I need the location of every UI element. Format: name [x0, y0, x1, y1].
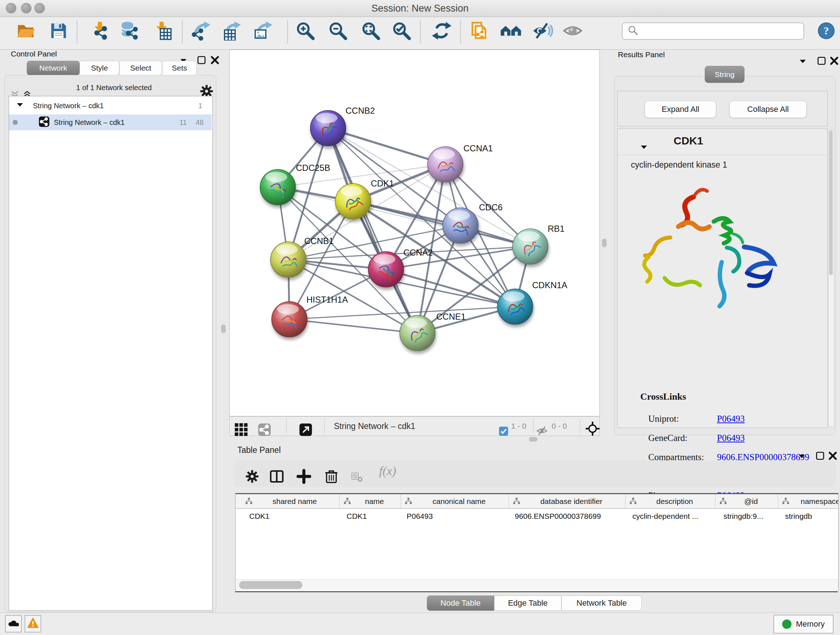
collapse-section-icon[interactable]	[640, 138, 647, 158]
horizontal-scrollbar[interactable]	[235, 579, 838, 591]
scrollbar-thumb[interactable]	[829, 130, 833, 275]
export-table-button[interactable]	[221, 21, 243, 42]
collapse-all-button[interactable]: Collapse All	[729, 101, 807, 118]
tab-network-table[interactable]: Network Table	[561, 595, 642, 611]
cell-canonical-name[interactable]: P06493	[407, 512, 433, 524]
cell-id[interactable]: stringdb:9...	[723, 512, 763, 524]
open-session-button[interactable]	[14, 21, 38, 42]
network-tree-row[interactable]: String Network – cdk1 1	[9, 98, 212, 114]
close-panel-icon[interactable]	[829, 51, 839, 72]
hidden-elements-icon[interactable]	[537, 421, 547, 442]
column-header-namespace[interactable]: namespace	[778, 494, 838, 509]
preview-eye-button[interactable]	[561, 21, 584, 42]
warnings-button[interactable]	[25, 615, 41, 632]
tab-select[interactable]: Select	[119, 61, 162, 75]
import-network-button[interactable]	[89, 21, 111, 42]
create-column-icon[interactable]	[297, 467, 311, 488]
show-columns-icon[interactable]	[270, 467, 284, 488]
column-header-id[interactable]: @id	[715, 494, 778, 509]
table-options-gear-icon[interactable]	[245, 467, 259, 488]
cloud-status-button[interactable]	[5, 615, 22, 632]
node-CDC25B[interactable]: CDC25B	[260, 163, 330, 205]
panel-menu-icon[interactable]	[799, 52, 806, 73]
column-header-canonical-name[interactable]: canonical name	[401, 494, 509, 509]
network-tree-row[interactable]: String Network – cdk1 11 48	[9, 114, 212, 130]
node-label-CDC6: CDC6	[479, 203, 502, 212]
fit-selected-crosshair-icon[interactable]	[585, 419, 600, 440]
crosslink-row: GeneCard: P06493	[648, 433, 822, 443]
export-image-button[interactable]	[251, 21, 275, 42]
tab-node-table[interactable]: Node Table	[427, 595, 494, 611]
birds-eye-view-icon[interactable]	[235, 420, 248, 441]
crosslink-row: Uniprot: P06493	[648, 414, 822, 424]
results-scrollbar[interactable]	[829, 129, 834, 427]
cell-database-identifier[interactable]: 9606.ENSP00000378699	[515, 512, 601, 524]
save-session-button[interactable]	[47, 21, 70, 42]
network-canvas[interactable]: CCNB2 CCNA1 CDC25B	[229, 50, 600, 416]
network-badge-icon[interactable]	[258, 420, 271, 441]
tab-style[interactable]: Style	[80, 61, 119, 75]
left-splitter-handle[interactable]	[221, 325, 226, 333]
zoom-out-button[interactable]	[326, 21, 349, 42]
node-CCNB1[interactable]: CCNB1	[271, 236, 333, 277]
scrollbar-thumb[interactable]	[239, 581, 302, 589]
node-CDK1[interactable]: CDK1	[335, 179, 394, 219]
column-header-shared-name[interactable]: shared name	[241, 494, 340, 509]
tab-edge-table[interactable]: Edge Table	[494, 595, 561, 611]
node-CCNA1[interactable]: CCNA1	[428, 143, 493, 182]
right-splitter-handle[interactable]	[602, 239, 607, 247]
column-header-description[interactable]: description	[625, 494, 715, 509]
zoom-out-icon	[328, 21, 347, 42]
zoom-selected-icon	[392, 21, 411, 42]
node-RB1[interactable]: RB1	[513, 224, 565, 264]
float-panel-icon[interactable]	[197, 50, 206, 71]
tab-string[interactable]: String	[705, 66, 745, 83]
hidden-count: 0 - 0	[552, 422, 567, 431]
toolbar-separator	[460, 21, 461, 43]
help-button[interactable]: ?	[816, 21, 837, 42]
copy-network-button[interactable]	[469, 21, 491, 42]
node-CDKN1A[interactable]: CDKN1A	[497, 280, 567, 325]
memory-button[interactable]: Memory	[774, 615, 834, 633]
detach-view-icon[interactable]	[299, 420, 312, 441]
zoom-fit-content-icon	[361, 21, 381, 42]
node-HIST1H1A[interactable]: HIST1H1A	[272, 295, 348, 337]
zoom-selected-button[interactable]	[390, 21, 413, 42]
crosslink-link[interactable]: P06493	[717, 414, 745, 424]
expand-all-button[interactable]: Expand All	[645, 101, 716, 118]
edge-CCNB2-CCNA1[interactable]	[328, 128, 445, 165]
edge-CDK1-RB1[interactable]	[353, 201, 531, 247]
string-network-graph[interactable]: CCNB2 CCNA1 CDC25B	[230, 50, 600, 416]
export-network-button[interactable]	[190, 21, 213, 42]
table-panel-title: Table Panel	[237, 445, 281, 455]
cell-name[interactable]: CDK1	[347, 512, 367, 524]
tab-network[interactable]: Network	[27, 61, 80, 75]
network-selection-summary: 1 of 1 Network selected	[54, 84, 174, 92]
column-header-name[interactable]: name	[340, 494, 401, 509]
zoom-fit-content-button[interactable]	[359, 21, 382, 42]
selected-nodes-checkbox[interactable]	[499, 421, 508, 442]
node-CCNE1[interactable]: CCNE1	[400, 312, 466, 351]
close-panel-icon[interactable]	[210, 50, 219, 71]
network-list: String Network – cdk1 1 String Network –…	[9, 96, 213, 611]
protein-header-row[interactable]: CDK1	[617, 129, 827, 155]
cell-namespace[interactable]: stringdb	[785, 512, 812, 524]
delete-columns-icon[interactable]	[324, 467, 339, 488]
import-table-button[interactable]	[152, 21, 173, 42]
column-header-database-identifier[interactable]: database identifier	[509, 494, 625, 509]
tab-sets[interactable]: Sets	[162, 61, 197, 75]
crosslink-link[interactable]: P06493	[717, 433, 745, 443]
search-box[interactable]	[622, 22, 804, 40]
cell-shared-name[interactable]: CDK1	[249, 512, 270, 524]
search-input[interactable]	[641, 26, 804, 36]
node-table[interactable]: shared name name canonical name database…	[235, 493, 838, 591]
string-protein-query-button[interactable]	[497, 21, 523, 42]
cell-description[interactable]: cyclin-dependent ...	[632, 512, 698, 524]
show-hide-graphics-details-button[interactable]	[531, 21, 554, 42]
export-image-icon	[254, 21, 273, 42]
network-view-toolbar: String Network – cdk1 1 - 0 0 - 0	[229, 416, 600, 436]
float-panel-icon[interactable]	[817, 51, 826, 72]
import-network-from-database-button[interactable]	[116, 21, 144, 42]
apply-preferred-layout-button[interactable]	[431, 21, 452, 42]
zoom-in-button[interactable]	[294, 21, 317, 42]
